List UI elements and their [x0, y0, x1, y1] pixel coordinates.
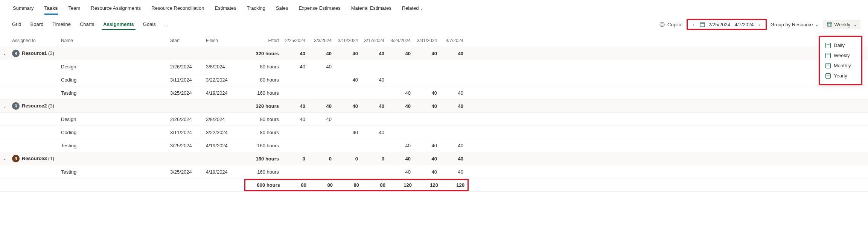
group-row[interactable]: ⌄RResource1 (3)320 hours40404040404040 [0, 47, 868, 60]
group-label: RResource3 (1) [9, 153, 58, 165]
group-week-value: 0 [335, 154, 361, 164]
task-week-value [387, 77, 414, 82]
group-week-value: 0 [308, 154, 335, 164]
task-start: 3/11/2024 [167, 75, 203, 85]
total-week-value: 80 [283, 180, 309, 190]
timescale-button[interactable]: Weekly ⌄ [823, 20, 860, 29]
more-button[interactable]: ··· [160, 20, 172, 30]
top-tab-team[interactable]: Team [63, 3, 86, 15]
task-row[interactable]: Testing3/25/20244/19/2024160 hours404040 [0, 165, 868, 178]
task-row[interactable]: Testing3/25/20244/19/2024160 hours404040 [0, 139, 868, 152]
date-range-label: 2/25/2024 - 4/7/2024 [708, 22, 754, 27]
task-week-value: 40 [414, 167, 440, 177]
task-week-value: 40 [414, 141, 440, 151]
col-week[interactable]: 2/25/2024 [282, 36, 308, 45]
task-row[interactable]: Design2/26/20243/8/202480 hours4040 [0, 60, 868, 73]
col-effort[interactable]: Effort [244, 36, 282, 45]
group-week-value: 40 [308, 101, 335, 111]
task-row[interactable]: Coding3/11/20243/22/202480 hours4040 [0, 73, 868, 86]
col-finish[interactable]: Finish [203, 36, 244, 45]
col-week[interactable]: 3/17/2024 [361, 36, 387, 45]
date-range-picker[interactable]: ‹ 2/25/2024 - 4/7/2024 › [687, 19, 767, 30]
group-count: (3) [48, 50, 54, 56]
timescale-option-label: Monthly [834, 63, 851, 68]
top-tab-estimates[interactable]: Estimates [209, 3, 241, 15]
assignment-grid: Assigned to Name Start Finish Effort 2/2… [0, 34, 868, 192]
task-finish: 3/22/2024 [203, 75, 244, 85]
col-week[interactable]: 4/7/2024 [440, 36, 466, 45]
group-week-value: 40 [361, 101, 387, 111]
task-week-value [282, 143, 308, 148]
group-name: Resource3 [22, 156, 47, 161]
group-week-value: 40 [361, 48, 387, 59]
top-tab-summary[interactable]: Summary [8, 3, 39, 15]
avatar: R [12, 50, 20, 57]
col-name[interactable]: Name [58, 36, 167, 45]
group-label: RResource2 (3) [9, 100, 58, 112]
sub-tab-timeline[interactable]: Timeline [48, 19, 75, 30]
col-week[interactable]: 3/24/2024 [387, 36, 414, 45]
expand-toggle[interactable]: ⌄ [0, 102, 9, 110]
task-row[interactable]: Coding3/11/20243/22/202480 hours4040 [0, 126, 868, 139]
timescale-label: Weekly [834, 22, 850, 27]
sub-tab-goals[interactable]: Goals [139, 19, 160, 30]
task-week-value [440, 130, 466, 135]
sub-tab-board[interactable]: Board [26, 19, 48, 30]
task-effort: 80 hours [244, 114, 282, 124]
top-tab-tasks[interactable]: Tasks [39, 3, 63, 15]
task-week-value: 40 [335, 75, 361, 85]
timescale-option-monthly[interactable]: Monthly [820, 61, 861, 71]
date-next-button[interactable]: › [757, 21, 763, 28]
group-by-button[interactable]: Group by Resource ⌄ [767, 20, 823, 29]
task-row[interactable]: Design2/26/20243/8/202480 hours4040 [0, 113, 868, 126]
col-week[interactable]: 3/10/2024 [335, 36, 361, 45]
top-tab-resource-assignments[interactable]: Resource Assignments [85, 3, 146, 15]
expand-toggle[interactable]: ⌄ [0, 154, 9, 163]
top-tab-expense-estimates[interactable]: Expense Estimates [293, 3, 346, 15]
top-tabs: SummaryTasksTeamResource AssignmentsReso… [0, 0, 868, 15]
timescale-dropdown: DailyWeeklyMonthlyYearly [820, 37, 861, 84]
expand-toggle[interactable]: ⌄ [0, 49, 9, 58]
task-effort: 160 hours [244, 141, 282, 151]
group-week-value: 40 [440, 154, 466, 164]
task-week-value [387, 130, 414, 135]
copilot-button[interactable]: Copilot [655, 20, 686, 29]
task-name: Design [58, 114, 167, 124]
top-tab-tracking[interactable]: Tracking [242, 3, 271, 15]
task-effort: 80 hours [244, 127, 282, 138]
group-week-value: 40 [440, 101, 466, 111]
timescale-option-yearly[interactable]: Yearly [820, 71, 861, 81]
task-week-value: 40 [387, 88, 414, 98]
timescale-option-daily[interactable]: Daily [820, 40, 861, 50]
task-finish: 3/22/2024 [203, 127, 244, 138]
task-week-value: 40 [440, 88, 466, 98]
group-row[interactable]: ⌄RResource3 (1)160 hours0000404040 [0, 152, 868, 165]
svg-rect-3 [827, 23, 832, 26]
group-name: Resource1 [22, 50, 47, 56]
task-week-value: 40 [440, 141, 466, 151]
task-finish: 4/19/2024 [203, 141, 244, 151]
sub-tab-charts[interactable]: Charts [75, 19, 99, 30]
group-week-value: 40 [282, 101, 308, 111]
col-week[interactable]: 3/3/2024 [308, 36, 335, 45]
top-tab-material-estimates[interactable]: Material Estimates [346, 3, 397, 15]
timescale-option-weekly[interactable]: Weekly [820, 50, 861, 61]
group-week-value: 40 [335, 48, 361, 59]
sub-tab-assignments[interactable]: Assignments [99, 19, 139, 30]
col-assigned[interactable]: Assigned to [9, 36, 58, 45]
chevron-down-icon: ⌄ [420, 6, 423, 11]
group-count: (3) [48, 103, 54, 109]
task-row[interactable]: Testing3/25/20244/19/2024160 hours404040 [0, 86, 868, 100]
top-tab-related[interactable]: Related⌄ [397, 3, 429, 15]
group-row[interactable]: ⌄RResource2 (3)320 hours40404040404040 [0, 100, 868, 113]
task-effort: 80 hours [244, 75, 282, 85]
date-prev-button[interactable]: ‹ [691, 21, 697, 28]
col-week[interactable]: 3/31/2024 [414, 36, 440, 45]
total-week-value: 120 [415, 180, 441, 190]
top-tab-sales[interactable]: Sales [271, 3, 294, 15]
col-start[interactable]: Start [167, 36, 203, 45]
total-week-value: 80 [336, 180, 362, 190]
total-week-value: 120 [441, 180, 468, 190]
top-tab-resource-reconciliation[interactable]: Resource Reconciliation [146, 3, 209, 15]
sub-tab-grid[interactable]: Grid [8, 19, 26, 30]
